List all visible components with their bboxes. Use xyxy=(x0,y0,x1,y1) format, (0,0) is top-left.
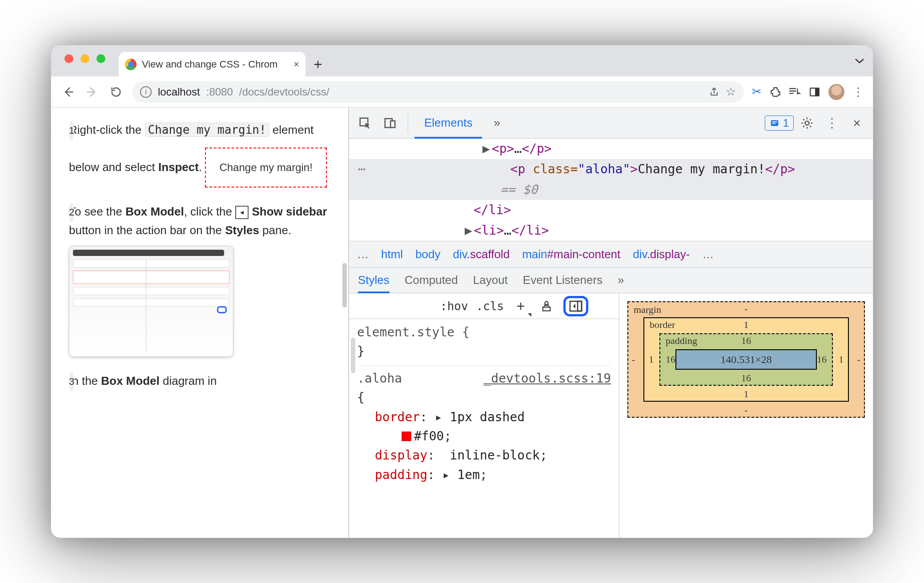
box-value[interactable]: 1 xyxy=(744,388,749,400)
maximize-window-icon[interactable] xyxy=(96,54,105,63)
close-tab-icon[interactable]: × xyxy=(293,59,299,70)
styles-filter-input[interactable] xyxy=(355,298,432,315)
box-model-diagram[interactable]: 140.531×28 margin border padding - - - - xyxy=(627,301,865,418)
minimize-window-icon[interactable] xyxy=(80,54,89,63)
css-value[interactable]: 1em xyxy=(457,467,480,482)
subtab-computed[interactable]: Computed xyxy=(405,273,458,287)
hov-toggle[interactable]: :hov xyxy=(440,299,468,313)
cls-toggle[interactable]: .cls xyxy=(476,299,504,313)
text-bold: Styles xyxy=(225,224,259,237)
forward-button[interactable] xyxy=(84,84,100,100)
url-path: /docs/devtools/css/ xyxy=(239,86,329,98)
site-info-icon[interactable]: i xyxy=(140,86,152,98)
issues-chip[interactable]: 1 xyxy=(765,116,794,131)
window-controls[interactable] xyxy=(64,54,105,63)
crumb-item[interactable]: div.display- xyxy=(633,248,690,261)
box-content[interactable]: 140.531×28 xyxy=(675,349,817,370)
dom-breadcrumb[interactable]: … html body div.scaffold main#main-conte… xyxy=(349,241,873,268)
new-style-rule-icon[interactable] xyxy=(512,297,530,315)
scissors-extension-icon[interactable]: ✂ xyxy=(752,85,762,99)
crumb-ellipsis[interactable]: … xyxy=(357,248,369,261)
share-icon[interactable] xyxy=(709,87,719,97)
css-value[interactable]: #f00 xyxy=(414,429,444,443)
browser-tab[interactable]: View and change CSS - Chrom × xyxy=(119,52,305,76)
text: . xyxy=(199,160,202,174)
crumb-ellipsis[interactable]: … xyxy=(702,248,714,261)
box-value[interactable]: 16 xyxy=(666,354,675,365)
reading-list-icon[interactable] xyxy=(789,86,801,98)
box-label-margin: margin xyxy=(634,304,661,315)
tab-strip: View and change CSS - Chrom × xyxy=(51,45,873,76)
css-property[interactable]: border xyxy=(375,410,420,424)
url-host: localhost xyxy=(158,86,200,98)
css-property[interactable]: padding xyxy=(375,467,427,482)
profile-avatar[interactable] xyxy=(828,84,844,100)
styles-rules[interactable]: element.style { } _devtools.scss:19 .alo… xyxy=(349,319,619,488)
box-value[interactable]: 16 xyxy=(741,335,751,347)
step-1: 1 Right-click the Change my margin! elem… xyxy=(69,121,335,188)
bookmark-star-icon[interactable]: ☆ xyxy=(726,85,736,99)
box-value[interactable]: 1 xyxy=(744,319,749,331)
css-source-link[interactable]: _devtools.scss:19 xyxy=(483,369,611,388)
device-toolbar-icon[interactable] xyxy=(378,112,402,135)
back-button[interactable] xyxy=(60,84,76,100)
tab-title: View and change CSS - Chrom xyxy=(142,59,288,70)
subtab-styles[interactable]: Styles xyxy=(358,268,390,293)
dom-text: Change my margin! xyxy=(638,162,765,176)
color-swatch-icon[interactable] xyxy=(402,431,411,441)
box-value[interactable]: 1 xyxy=(839,354,844,365)
dom-tree[interactable]: ▶<p>…</p> ⋯ <p class="aloha">Change my m… xyxy=(349,139,873,241)
page-content: 1 Right-click the Change my margin! elem… xyxy=(51,108,349,538)
box-value[interactable]: 16 xyxy=(741,372,751,384)
address-bar[interactable]: i localhost:8080/docs/devtools/css/ ☆ xyxy=(132,81,744,103)
subtab-layout[interactable]: Layout xyxy=(473,273,508,287)
ellipsis-icon[interactable]: ⋯ xyxy=(358,162,366,176)
crumb-item[interactable]: body xyxy=(415,248,440,261)
chrome-favicon-icon xyxy=(125,59,137,70)
box-label-border: border xyxy=(650,319,675,331)
settings-icon[interactable] xyxy=(795,112,819,135)
box-value[interactable]: - xyxy=(744,303,747,315)
new-tab-button[interactable] xyxy=(305,52,330,76)
svg-rect-4 xyxy=(390,121,395,128)
crumb-item[interactable]: html xyxy=(381,248,403,261)
subtab-event-listeners[interactable]: Event Listeners xyxy=(523,273,603,287)
step-2: 2 To see the Box Model, click the ◂ Show… xyxy=(69,203,335,357)
css-value[interactable]: inline-block xyxy=(450,448,540,463)
demo-element[interactable]: Change my margin! xyxy=(205,148,326,188)
box-value[interactable]: 16 xyxy=(817,354,827,365)
svg-rect-1 xyxy=(815,88,819,96)
url-port: :8080 xyxy=(206,86,233,98)
text-bold: Show sidebar xyxy=(252,205,327,218)
subtabs-overflow[interactable]: » xyxy=(618,273,624,287)
close-window-icon[interactable] xyxy=(64,54,73,63)
svg-point-6 xyxy=(805,121,809,125)
styles-subtabs: Styles Computed Layout Event Listeners » xyxy=(349,268,873,293)
box-value[interactable]: - xyxy=(744,404,747,416)
devtools-menu-icon[interactable]: ⋮ xyxy=(820,112,844,135)
extensions-icon[interactable] xyxy=(770,86,781,98)
css-selector: .aloha xyxy=(357,371,402,386)
css-selector: element.style { xyxy=(357,325,470,339)
dom-attr-value: "aloha" xyxy=(578,162,630,176)
css-value[interactable]: 1px dashed xyxy=(450,410,525,424)
crumb-item[interactable]: main#main-content xyxy=(522,248,620,261)
chrome-menu-icon[interactable]: ⋮ xyxy=(852,91,864,93)
crumb-item[interactable]: div.scaffold xyxy=(453,248,510,261)
box-value[interactable]: - xyxy=(857,354,860,365)
show-sidebar-button[interactable] xyxy=(563,296,588,316)
css-property[interactable]: display xyxy=(375,448,427,463)
box-value[interactable]: - xyxy=(632,354,635,365)
reload-button[interactable] xyxy=(108,84,124,100)
box-value[interactable]: 1 xyxy=(649,354,654,365)
window-dropdown[interactable] xyxy=(846,45,873,76)
side-panel-icon[interactable] xyxy=(809,86,820,98)
devtools-panel: Elements » 1 ⋮ × ▶<p>…</p> ⋯ <p clas xyxy=(349,108,873,538)
tabs-overflow[interactable]: » xyxy=(484,108,510,139)
rendering-emulations-icon[interactable] xyxy=(538,297,555,315)
inspect-element-icon[interactable] xyxy=(354,112,377,135)
tab-elements[interactable]: Elements xyxy=(414,108,482,139)
text: , click the xyxy=(184,205,236,218)
close-devtools-icon[interactable]: × xyxy=(845,112,868,135)
text: diagram in xyxy=(160,374,217,387)
